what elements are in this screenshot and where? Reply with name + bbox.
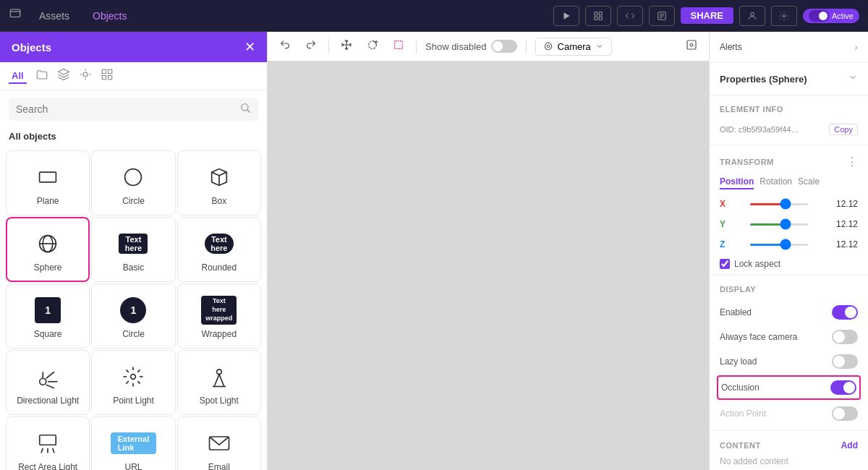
viewport: Show disabled Camera xyxy=(268,32,709,470)
play-button[interactable] xyxy=(553,6,579,26)
list-item[interactable]: Spot Light xyxy=(177,350,261,415)
y-value[interactable]: 12.12 xyxy=(827,219,858,229)
item-label: Plane xyxy=(37,196,59,206)
list-item[interactable]: 1 Square xyxy=(6,283,90,349)
filter-folder-icon[interactable] xyxy=(35,68,48,84)
svg-line-35 xyxy=(46,385,54,388)
content-label: CONTENT xyxy=(720,441,761,450)
text-basic-icon: Text here xyxy=(119,229,148,258)
menu-icon[interactable] xyxy=(9,7,22,24)
svg-line-43 xyxy=(138,381,140,383)
settings-icon[interactable] xyxy=(771,6,797,26)
move-button[interactable] xyxy=(338,36,355,56)
svg-line-42 xyxy=(127,369,129,372)
filter-tag-icon[interactable] xyxy=(57,68,70,84)
tab-position[interactable]: Position xyxy=(720,176,754,189)
tab-objects[interactable]: Objects xyxy=(87,7,132,25)
list-item[interactable]: Plane xyxy=(6,150,90,215)
plane-icon xyxy=(33,163,62,192)
svg-point-56 xyxy=(545,43,551,49)
action-point-label: Action Point xyxy=(720,409,766,419)
list-item[interactable]: Box xyxy=(177,150,261,215)
search-input[interactable] xyxy=(16,103,234,115)
transform-section: TRANSFORM ⋮ Position Rotation Scale X 12… xyxy=(710,145,868,275)
close-button[interactable]: ✕ xyxy=(244,39,255,55)
lock-aspect-label: Lock aspect xyxy=(734,259,780,269)
z-slider[interactable] xyxy=(750,244,808,246)
svg-rect-20 xyxy=(102,76,106,80)
svg-marker-2 xyxy=(563,12,569,19)
list-item[interactable]: Directional Light xyxy=(6,350,90,415)
list-item[interactable]: External Link URL xyxy=(91,416,175,470)
filter-all[interactable]: All xyxy=(9,69,27,84)
lazy-load-toggle[interactable] xyxy=(832,354,858,369)
list-item[interactable]: Point Light xyxy=(91,350,175,415)
occlusion-label: Occlusion xyxy=(721,383,760,393)
svg-point-22 xyxy=(242,104,248,111)
list-item[interactable]: Circle xyxy=(91,150,175,215)
search-bar xyxy=(0,90,267,128)
code-button[interactable] xyxy=(617,6,643,26)
undo-button[interactable] xyxy=(276,36,294,56)
point-light-icon xyxy=(119,362,148,391)
svg-point-13 xyxy=(83,72,88,77)
copy-button[interactable]: Copy xyxy=(829,124,858,135)
tab-assets[interactable]: Assets xyxy=(33,7,75,25)
active-toggle[interactable]: Active xyxy=(803,9,859,23)
sphere-item[interactable]: Sphere xyxy=(6,217,90,282)
panel-header: Objects ✕ xyxy=(0,32,267,62)
user-icon[interactable] xyxy=(739,6,765,26)
svg-line-49 xyxy=(41,448,43,453)
text-wrapped-icon: Text here wrapped xyxy=(205,296,234,325)
list-item[interactable]: Rect Area Light xyxy=(6,416,90,470)
text-rounded-icon: Text here xyxy=(205,229,234,258)
item-label: Circle xyxy=(122,329,145,339)
occlusion-toggle[interactable] xyxy=(830,380,856,395)
list-item[interactable]: Text here Basic xyxy=(91,217,175,282)
y-label: Y xyxy=(720,219,730,229)
no-content: No added content xyxy=(720,453,788,469)
topbar-left: Assets Objects xyxy=(9,7,132,25)
x-value[interactable]: 12.12 xyxy=(827,199,858,209)
svg-point-11 xyxy=(751,12,754,16)
add-button[interactable]: Add xyxy=(841,440,858,450)
properties-collapse[interactable] xyxy=(848,72,858,85)
svg-point-32 xyxy=(40,378,46,385)
list-item[interactable]: Text here Rounded xyxy=(177,217,261,282)
filter-light-icon[interactable] xyxy=(79,68,92,84)
show-disabled-input[interactable] xyxy=(491,40,517,53)
topbar-actions: SHARE Active xyxy=(553,6,859,26)
alerts-arrow[interactable]: › xyxy=(854,41,858,53)
list-item[interactable]: Text here wrapped Wrapped xyxy=(177,283,261,349)
redo-button[interactable] xyxy=(302,36,320,56)
y-slider[interactable] xyxy=(750,223,808,226)
rotate-button[interactable] xyxy=(364,36,381,56)
filter-grid-icon[interactable] xyxy=(101,68,114,84)
grid-button[interactable] xyxy=(585,6,611,26)
action-point-toggle[interactable] xyxy=(832,406,858,421)
z-label: Z xyxy=(720,239,730,249)
face-camera-toggle[interactable] xyxy=(832,330,858,344)
search-wrap[interactable] xyxy=(9,98,258,121)
lock-aspect-checkbox[interactable] xyxy=(720,259,730,269)
z-value[interactable]: 12.12 xyxy=(827,239,858,249)
svg-line-27 xyxy=(219,172,226,176)
display-label: DISPLAY xyxy=(720,285,756,294)
tab-rotation[interactable]: Rotation xyxy=(760,176,792,189)
display-section: DISPLAY Enabled Always face camera Lazy … xyxy=(710,275,868,431)
select-button[interactable] xyxy=(390,36,407,56)
dir-light-icon xyxy=(33,362,62,391)
doc-button[interactable] xyxy=(649,6,675,26)
share-button[interactable]: SHARE xyxy=(681,7,734,24)
x-slider[interactable] xyxy=(750,203,808,205)
list-item[interactable]: 1 Circle xyxy=(91,283,175,349)
transform-menu[interactable]: ⋮ xyxy=(846,155,858,168)
tab-scale[interactable]: Scale xyxy=(798,176,820,189)
transform-label: TRANSFORM xyxy=(720,158,774,166)
viewport-icon[interactable] xyxy=(683,36,700,56)
camera-select[interactable]: Camera xyxy=(535,38,612,56)
list-item[interactable]: Email xyxy=(177,416,261,470)
search-icon xyxy=(239,102,251,116)
circle-icon xyxy=(119,163,148,192)
enabled-toggle[interactable] xyxy=(832,305,858,320)
